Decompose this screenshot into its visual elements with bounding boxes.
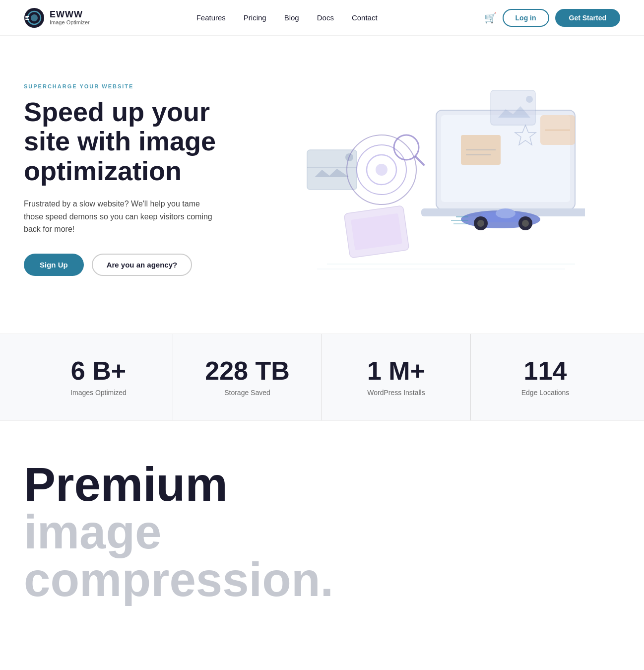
get-started-button[interactable]: Get Started — [555, 9, 620, 27]
logo-subtitle: Image Optimizer — [50, 19, 90, 25]
hero-subtitle: Frustrated by a slow website? We'll help… — [24, 198, 212, 236]
signup-button[interactable]: Sign Up — [24, 254, 84, 276]
nav-docs[interactable]: Docs — [317, 13, 334, 22]
hero-eyebrow: SUPERCHARGE YOUR WEBSITE — [24, 83, 242, 89]
stat-storage-label: Storage Saved — [189, 389, 306, 397]
navigation: EWWW Image Optimizer Features Pricing Bl… — [0, 0, 644, 36]
hero-content: SUPERCHARGE YOUR WEBSITE Speed up your s… — [24, 83, 242, 276]
stat-storage-number: 228 TB — [189, 358, 306, 384]
hero-title: Speed up your site with image optimizati… — [24, 97, 242, 186]
premium-section: Premium image compression. — [0, 421, 644, 623]
hero-buttons: Sign Up Are you an agency? — [24, 254, 242, 276]
svg-point-34 — [394, 135, 419, 160]
svg-point-15 — [496, 208, 515, 218]
nav-links: Features Pricing Blog Docs Contact — [196, 13, 378, 22]
stats-section: 6 B+ Images Optimized 228 TB Storage Sav… — [0, 334, 644, 421]
stat-wordpress: 1 M+ WordPress Installs — [322, 334, 471, 420]
svg-point-19 — [522, 220, 529, 227]
svg-line-35 — [416, 157, 424, 165]
premium-word1: Premium — [24, 458, 228, 511]
logo-icon — [24, 7, 45, 28]
stat-wordpress-label: WordPress Installs — [338, 389, 454, 397]
stat-edge-number: 114 — [487, 358, 604, 384]
premium-word2: image — [24, 508, 620, 556]
login-button[interactable]: Log in — [503, 9, 549, 27]
logo-title: EWWW — [50, 10, 90, 20]
nav-contact[interactable]: Contact — [352, 13, 378, 22]
svg-point-29 — [526, 96, 533, 103]
stat-storage: 228 TB Storage Saved — [173, 334, 322, 420]
svg-point-33 — [376, 164, 387, 176]
nav-actions: 🛒 Log in Get Started — [484, 9, 620, 27]
svg-rect-27 — [491, 90, 535, 125]
nav-features[interactable]: Features — [196, 13, 226, 22]
premium-word3: compression. — [24, 556, 620, 603]
stat-edge-label: Edge Locations — [487, 389, 604, 397]
nav-pricing[interactable]: Pricing — [244, 13, 266, 22]
nav-blog[interactable]: Blog — [284, 13, 299, 22]
cart-button[interactable]: 🛒 — [484, 12, 497, 24]
premium-heading: Premium image compression. — [24, 461, 620, 603]
svg-point-17 — [477, 220, 484, 227]
svg-point-2 — [31, 14, 38, 21]
stat-images: 6 B+ Images Optimized — [24, 334, 173, 420]
stat-images-label: Images Optimized — [40, 389, 157, 397]
stats-grid: 6 B+ Images Optimized 228 TB Storage Sav… — [24, 334, 620, 420]
hero-illustration — [277, 70, 585, 289]
stat-images-number: 6 B+ — [40, 358, 157, 384]
stat-edge: 114 Edge Locations — [471, 334, 620, 420]
hero-illustration-container — [242, 66, 620, 294]
svg-rect-37 — [351, 213, 402, 251]
logo[interactable]: EWWW Image Optimizer — [24, 7, 90, 28]
stat-wordpress-number: 1 M+ — [338, 358, 454, 384]
hero-section: SUPERCHARGE YOUR WEBSITE Speed up your s… — [0, 36, 644, 334]
agency-button[interactable]: Are you an agency? — [92, 254, 193, 276]
